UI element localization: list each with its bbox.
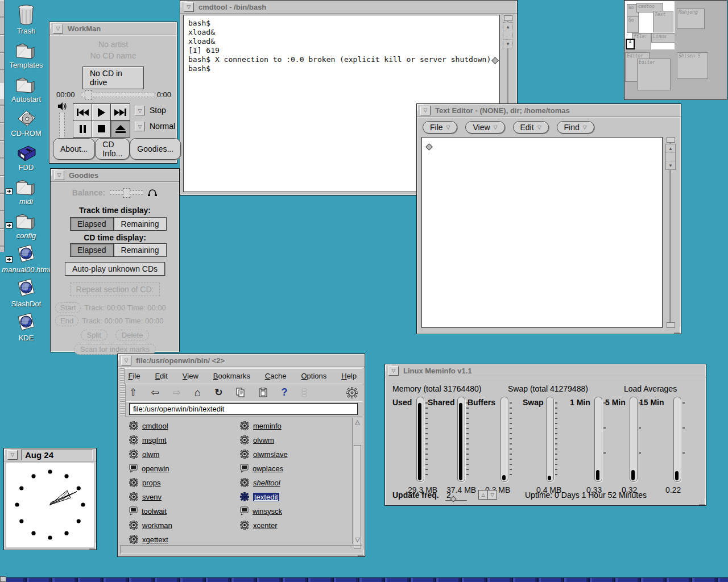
file-name[interactable]: xcenter <box>253 521 278 530</box>
scrollbar-top-anchor[interactable] <box>667 137 675 143</box>
window-menu-button[interactable]: ▽ <box>53 24 63 34</box>
file-item-svenv[interactable]: svenv <box>129 492 162 501</box>
cmdtool-titlebar[interactable]: ▽ cmdtool - /bin/bash <box>180 1 517 14</box>
file-name[interactable]: olwmslave <box>253 450 288 459</box>
window-menu-button[interactable]: ▽ <box>54 171 64 180</box>
texteditor-titlebar[interactable]: ▽ Text Editor - (NONE), dir; /home/tomas <box>417 104 681 118</box>
menu-edit[interactable]: Edit <box>155 372 167 380</box>
repeat-section-button[interactable]: Repeat section of CD: <box>70 282 160 296</box>
workman-titlebar[interactable]: ▽ WorkMan <box>49 22 177 36</box>
file-name[interactable]: olwm <box>142 450 159 459</box>
scrollbar-bottom-anchor[interactable] <box>667 322 675 328</box>
file-item-meminfo[interactable]: meminfo <box>240 421 282 430</box>
track-position-slider[interactable] <box>81 93 154 97</box>
file-name[interactable]: svenv <box>142 493 162 501</box>
pager-desktop-1[interactable]: WocmdtooTextGofile:LinuxA <box>625 1 675 49</box>
paste-icon[interactable] <box>259 388 267 397</box>
file-item-xcenter[interactable]: xcenter <box>240 521 278 530</box>
file-name[interactable]: winsysck <box>253 507 282 516</box>
cd-remaining-toggle[interactable]: Remaining <box>114 243 167 257</box>
window-menu-button[interactable]: ▽ <box>420 106 431 115</box>
bottom-panel-chip[interactable] <box>0 576 6 582</box>
balance-slider[interactable] <box>110 190 143 195</box>
cd-elapsed-toggle[interactable]: Elapsed <box>70 243 114 257</box>
window-workman[interactable]: ▽ WorkMan No artist No CD name No CD in … <box>49 22 177 164</box>
bell-icon[interactable] <box>147 188 158 197</box>
menu-cache[interactable]: Cache <box>265 372 287 380</box>
file-name[interactable]: textedit <box>253 493 279 501</box>
desktop-icon-templates[interactable]: Templates <box>1 37 51 69</box>
menu-edit[interactable]: Edit▽ <box>513 121 549 134</box>
file-name[interactable]: cmdtool <box>142 422 168 430</box>
pager-desktop-2[interactable]: Mahjong <box>676 1 725 49</box>
clock-titlebar[interactable]: ▽ Aug 24 <box>4 448 96 462</box>
up-icon[interactable]: ⇧ <box>129 386 137 398</box>
play-button[interactable] <box>92 103 111 121</box>
file-name[interactable]: owplaces <box>253 464 283 473</box>
pager-miniwindow[interactable]: Go <box>627 16 639 33</box>
repeat-mode-menu-button[interactable]: ▽ <box>135 122 145 131</box>
toolbar-grip[interactable] <box>120 384 126 401</box>
pause-button[interactable] <box>73 120 93 138</box>
file-item-shelltool[interactable]: shelltool <box>240 478 280 487</box>
pager-desktop-4[interactable]: Shisen-S <box>676 50 725 98</box>
menu-file[interactable]: File▽ <box>423 121 457 134</box>
scroll-up-icon[interactable]: △ <box>355 418 359 426</box>
window-filemanager[interactable]: ▽ file:/usr/openwin/bin/ <2> FileEditVie… <box>117 354 365 557</box>
window-menu-button[interactable]: ▽ <box>184 2 194 12</box>
stop-icon[interactable] <box>301 388 308 397</box>
pager-miniwindow[interactable]: Text <box>653 11 673 32</box>
reload-icon[interactable]: ↻ <box>214 386 222 398</box>
menu-bookmarks[interactable]: Bookmarks <box>213 372 250 380</box>
window-menu-button[interactable]: ▽ <box>7 450 18 460</box>
window-texteditor[interactable]: ▽ Text Editor - (NONE), dir; /home/tomas… <box>416 103 681 334</box>
scroll-down-icon[interactable]: ▽ <box>355 536 359 543</box>
home-icon[interactable]: ⌂ <box>195 386 201 399</box>
delete-button[interactable]: Delete <box>115 330 150 340</box>
about-button[interactable]: About... <box>53 138 95 160</box>
next-track-button[interactable] <box>110 103 130 121</box>
bottom-panel-edge[interactable] <box>0 577 728 582</box>
file-name[interactable]: meminfo <box>253 422 282 430</box>
file-name[interactable]: msgfmt <box>142 436 167 444</box>
track-elapsed-toggle[interactable]: Elapsed <box>70 217 114 231</box>
back-icon[interactable]: ⇦ <box>151 386 159 398</box>
virtual-desktop-pager[interactable]: WocmdtooTextGofile:LinuxAMahjongEditorEd… <box>624 0 727 100</box>
toolbar-grip[interactable] <box>120 401 126 417</box>
autoplay-button[interactable]: Auto-play unknown CDs <box>65 262 165 276</box>
cd-info-button[interactable]: CD Info... <box>95 138 130 160</box>
spin-down-button[interactable]: ▽ <box>487 490 497 500</box>
track-remaining-toggle[interactable]: Remaining <box>114 217 167 231</box>
menu-find[interactable]: Find▽ <box>557 121 594 134</box>
scroll-down-icon[interactable]: ▼ <box>666 161 675 169</box>
desktop-icon-midi[interactable]: midi <box>1 173 51 206</box>
menu-view[interactable]: View▽ <box>465 121 504 134</box>
texteditor-scrollbar[interactable]: ▲ ▼ <box>665 137 676 328</box>
cd-status-button[interactable]: No CD in drive <box>82 66 144 89</box>
desktop-icon-cd-rom[interactable]: CD-ROM <box>1 105 51 138</box>
desktop-icon-autostart[interactable]: Autostart <box>1 71 51 103</box>
desktop-icon-fdd[interactable]: FDD <box>1 139 51 172</box>
filemanager-titlebar[interactable]: ▽ file:/usr/openwin/bin/ <2> <box>118 354 365 368</box>
scroll-grip[interactable] <box>503 31 512 40</box>
track-slider-thumb[interactable] <box>85 90 92 100</box>
window-meminfo[interactable]: ▽ Linux Meminfo v1.1 Memory (total 31764… <box>384 364 706 506</box>
file-name[interactable]: workman <box>142 521 172 530</box>
pager-miniwindow[interactable]: Shisen-S <box>677 52 708 79</box>
scroll-up-icon[interactable]: ▲ <box>503 23 512 31</box>
file-name[interactable]: shelltool <box>253 479 280 487</box>
copy-icon[interactable] <box>236 388 245 397</box>
file-item-xgettext[interactable]: xgettext <box>129 535 168 544</box>
balance-slider-thumb[interactable] <box>123 188 130 198</box>
desktop-icon-manual00.html[interactable]: manual00.html <box>1 242 51 274</box>
help-icon[interactable]: ? <box>281 386 287 398</box>
play-mode-menu-button[interactable]: ▽ <box>135 106 145 115</box>
texteditor-textarea[interactable] <box>421 137 663 328</box>
file-name[interactable]: toolwait <box>142 507 167 516</box>
forward-icon[interactable]: ⇨ <box>173 386 181 398</box>
file-name[interactable]: xgettext <box>142 535 168 544</box>
file-item-winsysck[interactable]: winsysck <box>240 506 282 516</box>
file-item-openwin[interactable]: openwin <box>129 464 169 473</box>
file-name[interactable]: olvwm <box>253 436 274 444</box>
pager-miniwindow[interactable]: Editor <box>637 59 671 90</box>
